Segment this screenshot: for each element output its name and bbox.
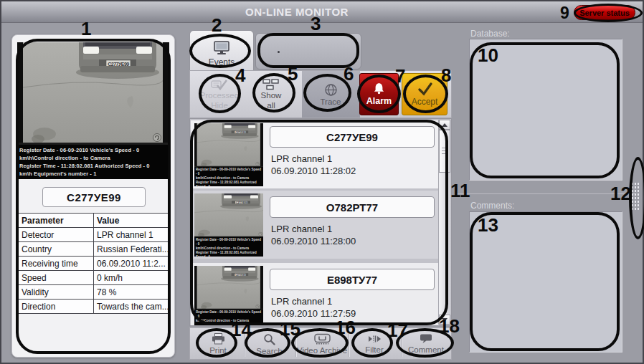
overlay-line: Register Date - 06-09-2010 Vehicle's Spe… xyxy=(196,238,262,246)
overlay-line: Register Date - 06-09-2010 Vehicle's Spe… xyxy=(196,310,262,319)
value-cell: Towards the cam... xyxy=(94,300,170,314)
overlay-line: Register Time - 11:28:02.081 Authorized … xyxy=(19,162,167,170)
scrollbar-thumb[interactable] xyxy=(439,130,450,173)
database-box[interactable] xyxy=(469,39,622,181)
event-plate-value: C277УЕ99 xyxy=(270,126,435,148)
arrow-up-icon xyxy=(442,123,448,127)
print-button[interactable]: Print xyxy=(200,330,236,358)
toolbar-separator xyxy=(244,331,245,357)
photo-overlay-text: Register Date - 06-09-2010 Vehicle's Spe… xyxy=(17,145,169,179)
comments-box[interactable] xyxy=(469,211,622,353)
overlay-line: km\h Equipment's number - 1 xyxy=(19,170,167,178)
filter-button[interactable]: Filter xyxy=(356,330,392,358)
accept-check-icon xyxy=(417,82,432,96)
overlay-line: Register Time - 11:28:02.081 Authorized … xyxy=(196,251,262,257)
event-thumbnail-image xyxy=(194,123,263,167)
comment-button[interactable]: Comment xyxy=(402,330,450,358)
param-cell: Country xyxy=(19,242,94,257)
event-timestamp: 06.09.2010 11:28:00 xyxy=(271,236,356,246)
alarm-label: Alarm xyxy=(366,96,392,106)
scroll-down-button[interactable] xyxy=(439,315,450,325)
event-list-item[interactable]: Register Date - 06-09-2010 Vehicle's Spe… xyxy=(191,191,439,259)
param-cell: Speed xyxy=(19,271,94,285)
param-cell: Receiving time xyxy=(19,257,94,271)
splitter-grip[interactable] xyxy=(630,181,640,210)
event-list-item[interactable]: Register Date - 06-09-2010 Vehicle's Spe… xyxy=(191,263,439,326)
arrow-down-icon xyxy=(442,318,448,322)
database-label: Database: xyxy=(470,29,510,39)
value-cell: 78 % xyxy=(94,285,170,300)
vehicle-photo: Register Date - 06-09-2010 Vehicle's Spe… xyxy=(17,42,169,179)
param-cell: Validity xyxy=(19,285,94,300)
recognized-vehicle-panel: Register Date - 06-09-2010 Vehicle's Spe… xyxy=(11,34,175,358)
event-list-item[interactable]: Register Date - 06-09-2010 Vehicle's Spe… xyxy=(191,120,439,188)
thumbnail-overlay-text: Register Date - 06-09-2010 Vehicle's Spe… xyxy=(194,237,263,257)
comment-icon xyxy=(420,334,432,344)
video-archive-button[interactable]: Video Archive xyxy=(293,330,351,358)
title-bar: ON-LINE MONITOR Server status xyxy=(1,1,643,23)
processed-hide-button[interactable]: Processed Hide xyxy=(196,74,243,115)
col-header-parameter: Parameter xyxy=(19,214,94,228)
table-row: Validity 78 % xyxy=(19,285,170,300)
thumbnail-overlay-text: Register Date - 06-09-2010 Vehicle's Spe… xyxy=(194,310,263,326)
parameters-table: Parameter Value Detector LPR channel 1 C… xyxy=(18,213,170,314)
show-all-label-line1: Show xyxy=(261,91,282,100)
event-timestamp: 06.09.2010 11:28:02 xyxy=(271,166,356,176)
events-scrollbar[interactable] xyxy=(438,120,450,325)
recognized-plate-value: C277УЕ99 xyxy=(42,187,146,207)
alarm-button[interactable]: Alarm xyxy=(359,73,399,115)
show-all-label-line2: all xyxy=(267,101,275,110)
table-row: Country Russian Federati... xyxy=(19,242,170,257)
event-thumbnail: Register Date - 06-09-2010 Vehicle's Spe… xyxy=(194,123,263,186)
overlay-line: Register Time - 11:28:02.081 Authorized … xyxy=(196,181,262,186)
tab-events[interactable]: Events xyxy=(189,30,254,71)
thumbnail-overlay-text: Register Date - 06-09-2010 Vehicle's Spe… xyxy=(194,167,263,186)
table-row: Direction Towards the cam... xyxy=(19,300,170,314)
monitor-icon xyxy=(213,41,230,55)
accept-button[interactable]: Accept xyxy=(402,73,448,115)
event-thumbnail: Register Date - 06-09-2010 Vehicle's Spe… xyxy=(194,193,263,257)
processed-label-line1: Processed xyxy=(200,91,239,100)
search-label: Search xyxy=(256,347,282,355)
value-cell: 06.09.2010 11:2... xyxy=(94,257,170,271)
filter-icon xyxy=(368,334,382,344)
table-row: Detector LPR channel 1 xyxy=(19,228,170,242)
video-archive-icon xyxy=(314,333,331,345)
search-icon xyxy=(263,333,275,345)
horizontal-splitter[interactable] xyxy=(456,193,635,194)
overlay-line: Register Date - 06-09-2010 Vehicle's Spe… xyxy=(19,146,167,154)
overlay-line: km\h\Control direction - to Camera xyxy=(19,154,167,162)
value-cell: Russian Federati... xyxy=(94,242,170,257)
col-header-value: Value xyxy=(94,214,170,228)
print-label: Print xyxy=(209,346,227,355)
toolbar-separator xyxy=(401,331,402,357)
events-toolbar: Processed Hide Show all Trace xyxy=(189,70,452,118)
trace-button[interactable]: Trace xyxy=(306,74,356,115)
server-status-button[interactable]: Server status xyxy=(574,5,635,20)
online-monitor-window: ON-LINE MONITOR Server status Register D… xyxy=(0,0,644,364)
event-channel: LPR channel 1 xyxy=(271,224,332,234)
overlay-line: Register Date - 06-09-2010 Vehicle's Spe… xyxy=(196,168,262,176)
page-title: ON-LINE MONITOR xyxy=(1,6,592,18)
search-button[interactable]: Search xyxy=(250,330,289,358)
trace-label: Trace xyxy=(321,97,341,107)
actions-toolbar: Print Search Video Archive xyxy=(189,327,452,360)
event-thumbnail: Register Date - 06-09-2010 Vehicle's Spe… xyxy=(194,266,263,326)
table-row: Speed 0 km/h xyxy=(19,271,170,285)
video-archive-label: Video Archive xyxy=(297,346,347,355)
value-cell: 0 km/h xyxy=(94,271,170,285)
callout-11: 11 xyxy=(450,181,470,200)
event-thumbnail-image xyxy=(194,193,263,237)
table-row: Receiving time 06.09.2010 11:2... xyxy=(19,257,170,271)
alarm-bell-icon xyxy=(373,82,385,95)
event-timestamp: 06.09.2010 11:27:59 xyxy=(271,308,356,319)
print-icon xyxy=(212,333,225,345)
comments-label: Comments: xyxy=(470,201,514,211)
event-channel: LPR channel 1 xyxy=(271,153,332,164)
tab-events-label: Events xyxy=(209,57,235,67)
show-all-button[interactable]: Show all xyxy=(249,74,293,115)
scroll-up-button[interactable] xyxy=(439,120,450,130)
tab-placeholder[interactable] xyxy=(255,33,361,70)
scrollbar-grip-icon xyxy=(442,148,448,155)
param-cell: Detector xyxy=(19,228,94,242)
